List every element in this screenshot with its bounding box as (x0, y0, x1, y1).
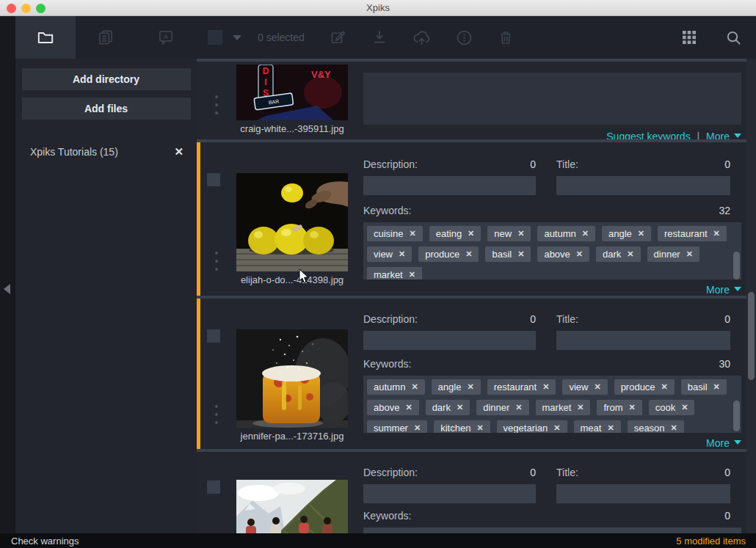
remove-keyword-icon[interactable]: ✕ (467, 382, 473, 392)
remove-keyword-icon[interactable]: ✕ (638, 229, 644, 238)
grid-view-icon[interactable] (681, 29, 697, 45)
keywords-box[interactable]: cuisine✕eating✕new✕autumn✕angle✕restaura… (363, 222, 741, 280)
more-link[interactable]: More (706, 437, 730, 449)
add-files-button[interactable]: Add files (22, 98, 191, 120)
remove-keyword-icon[interactable]: ✕ (405, 403, 412, 412)
remove-keyword-icon[interactable]: ✕ (628, 403, 635, 412)
keyword-tag[interactable]: from✕ (597, 400, 641, 415)
more-link[interactable]: More (706, 284, 730, 296)
item-checkbox[interactable] (207, 173, 220, 186)
keyword-tag[interactable]: dark✕ (426, 400, 470, 415)
remove-keyword-icon[interactable]: ✕ (627, 249, 633, 259)
keyword-tag[interactable]: cuisine✕ (367, 226, 423, 241)
edit-button[interactable] (330, 29, 347, 46)
item-checkbox[interactable] (207, 481, 220, 494)
keywords-box[interactable]: autumn✕angle✕restaurant✕view✕produce✕bas… (363, 376, 741, 433)
remove-keyword-icon[interactable]: ✕ (542, 382, 549, 392)
remove-keyword-icon[interactable]: ✕ (414, 423, 421, 433)
keyword-tag[interactable]: produce✕ (418, 246, 479, 262)
item-thumbnail[interactable] (236, 173, 348, 271)
item-checkbox[interactable] (207, 329, 220, 343)
remove-keyword-icon[interactable]: ✕ (457, 403, 463, 412)
keyword-tag[interactable]: dinner✕ (476, 400, 528, 415)
more-link[interactable]: More (706, 131, 730, 139)
export-button[interactable] (371, 29, 388, 46)
keyword-tag[interactable]: dinner✕ (647, 246, 699, 262)
search-icon[interactable] (725, 29, 742, 46)
keyword-tag[interactable]: market✕ (536, 400, 591, 415)
remove-keyword-icon[interactable]: ✕ (582, 229, 589, 238)
remove-keyword-icon[interactable]: ✕ (671, 423, 677, 433)
title-input[interactable] (556, 484, 730, 503)
keyword-tag[interactable]: autumn✕ (537, 226, 595, 241)
drag-handle-icon[interactable] (215, 90, 218, 120)
remove-keyword-icon[interactable]: ✕ (411, 382, 418, 392)
keywords-scrollbar-thumb[interactable] (733, 401, 740, 431)
check-warnings-link[interactable]: Check warnings (11, 536, 79, 547)
collapse-sidebar-icon[interactable] (4, 284, 10, 294)
tab-translations[interactable]: A (136, 16, 196, 59)
remove-keyword-icon[interactable]: ✕ (409, 270, 415, 280)
remove-keyword-icon[interactable]: ✕ (476, 423, 483, 433)
item-thumbnail[interactable] (236, 329, 348, 428)
keyword-tag[interactable]: meat✕ (574, 420, 621, 433)
keyword-tag[interactable]: angle✕ (432, 379, 481, 395)
keyword-tag[interactable]: cook✕ (649, 400, 695, 415)
description-input[interactable] (363, 176, 536, 195)
keyword-tag[interactable]: above✕ (537, 246, 589, 262)
remove-keyword-icon[interactable]: ✕ (553, 423, 560, 433)
suggest-keywords-link[interactable]: Suggest keywords (606, 131, 690, 139)
drag-handle-icon[interactable] (215, 246, 218, 276)
keyword-tag[interactable]: restaurant✕ (487, 379, 556, 395)
delete-button[interactable] (497, 29, 515, 46)
keyword-tag[interactable]: vegetarian✕ (497, 420, 567, 433)
keyword-tag[interactable]: angle✕ (602, 226, 651, 241)
remove-keyword-icon[interactable]: ✕ (686, 249, 693, 259)
remove-keyword-icon[interactable]: ✕ (713, 229, 720, 238)
description-input[interactable] (363, 484, 536, 503)
close-window-button[interactable] (7, 4, 16, 13)
selection-dropdown-icon[interactable] (233, 35, 241, 45)
item-thumbnail[interactable]: D I S BAR V&Y (236, 65, 348, 120)
title-input[interactable] (556, 331, 730, 350)
remove-keyword-icon[interactable]: ✕ (576, 249, 583, 259)
remove-keyword-icon[interactable]: ✕ (399, 249, 405, 259)
remove-keyword-icon[interactable]: ✕ (681, 403, 688, 412)
zoom-window-button[interactable] (36, 4, 46, 13)
item-thumbnail[interactable] (236, 480, 348, 533)
keyword-tag[interactable]: autumn✕ (367, 379, 425, 395)
remove-keyword-icon[interactable]: ✕ (468, 229, 474, 238)
minimize-window-button[interactable] (21, 4, 31, 13)
remove-keyword-icon[interactable]: ✕ (409, 229, 415, 238)
remove-keyword-icon[interactable]: ✕ (713, 382, 720, 392)
keyword-tag[interactable]: eating✕ (429, 226, 481, 241)
keyword-tag[interactable]: market✕ (367, 267, 422, 280)
keyword-tag[interactable]: view✕ (562, 379, 607, 395)
remove-keyword-icon[interactable]: ✕ (515, 403, 522, 412)
upload-button[interactable] (412, 28, 432, 48)
remove-keyword-icon[interactable]: ✕ (607, 423, 614, 433)
remove-keyword-icon[interactable]: ✕ (517, 229, 524, 238)
window-scrollbar-thumb[interactable] (748, 292, 755, 380)
keyword-tag[interactable]: above✕ (367, 400, 419, 415)
keyword-tag[interactable]: restaurant✕ (658, 226, 727, 241)
description-input[interactable] (363, 331, 536, 350)
keyword-tag[interactable]: view✕ (367, 246, 412, 262)
remove-keyword-icon[interactable]: ✕ (577, 403, 584, 412)
window-scrollbar[interactable] (746, 59, 756, 533)
keyword-tag[interactable]: basil✕ (681, 379, 727, 395)
more-options-button[interactable] (455, 29, 473, 47)
remove-directory-icon[interactable]: ✕ (174, 145, 183, 158)
keyword-tag[interactable]: kitchen✕ (434, 420, 490, 433)
keyword-tag[interactable]: season✕ (628, 420, 684, 433)
drag-handle-icon[interactable] (215, 400, 218, 429)
keyword-tag[interactable]: new✕ (487, 226, 531, 241)
keywords-scrollbar-thumb[interactable] (733, 252, 740, 280)
remove-keyword-icon[interactable]: ✕ (594, 382, 600, 392)
keyword-tag[interactable]: basil✕ (485, 246, 531, 262)
keyword-tag[interactable]: dark✕ (596, 246, 641, 262)
title-input[interactable] (556, 176, 730, 195)
select-all-checkbox[interactable] (208, 30, 222, 45)
directory-item[interactable]: Xpiks Tutorials (15) ✕ (15, 145, 197, 158)
remove-keyword-icon[interactable]: ✕ (517, 249, 524, 259)
